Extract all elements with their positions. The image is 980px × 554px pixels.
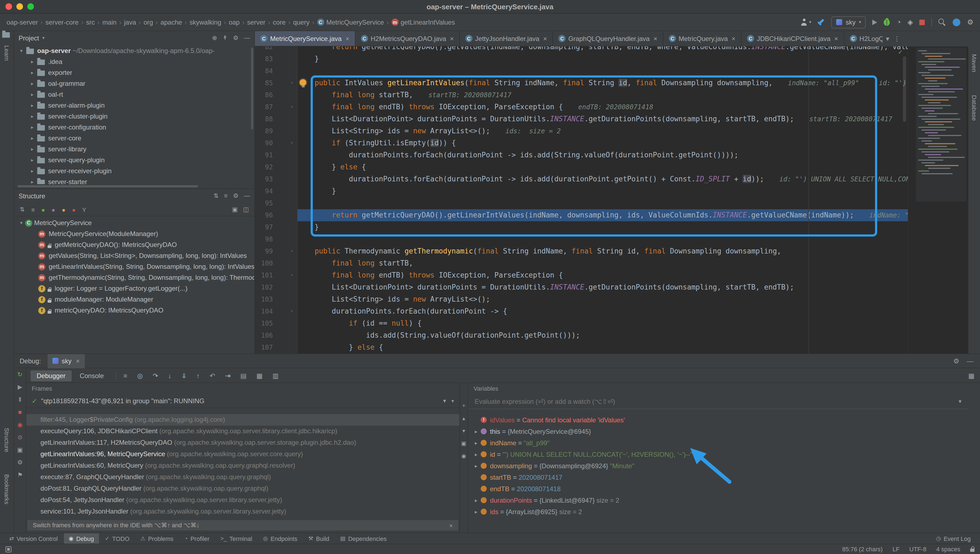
status-item[interactable]: UTF-8 [910, 546, 926, 552]
project-tree-item[interactable]: ▸oal-grammar [14, 78, 254, 89]
ide-settings-icon[interactable]: ⚙ [967, 19, 974, 25]
project-tree-item[interactable]: ▸server-receiver-plugin [14, 166, 254, 177]
tab-close-icon[interactable]: × [732, 35, 736, 42]
project-tree-item[interactable]: ▸server-configuration [14, 122, 254, 133]
stripe-button-database[interactable]: Database [971, 95, 978, 121]
coverage-button[interactable]: ◈ [908, 19, 913, 25]
move-watch-up-icon[interactable]: ▴ [462, 415, 465, 421]
breadcrumb-item[interactable]: org [144, 18, 153, 26]
toolwindow-button-todo[interactable]: ✓TODO [100, 533, 134, 544]
project-toolwindow-icon[interactable] [2, 32, 10, 38]
chevron-down-icon[interactable]: ▾ [42, 35, 45, 40]
project-tree-item[interactable]: ▸.idea [14, 56, 254, 67]
code-minimap[interactable] [916, 48, 966, 202]
stripe-button-learn[interactable]: Learn [3, 45, 10, 60]
project-tree-item[interactable]: ▸server-alarm-plugin [14, 100, 254, 111]
project-tree-item[interactable]: ▸server-starter [14, 177, 254, 184]
tab-close-icon[interactable]: × [653, 35, 658, 42]
breadcrumb-item[interactable]: java [124, 18, 136, 26]
hidden-tabs-icon[interactable]: ▾ [886, 35, 889, 43]
structure-panel-title[interactable]: Structure [19, 192, 45, 200]
stack-frame-row[interactable]: getLinearIntValues:96, MetricQueryServic… [26, 449, 460, 460]
project-tree-item[interactable]: ▸server-library [14, 144, 254, 154]
stack-frame-row[interactable]: service:101, JettyJsonHandler (org.apach… [26, 506, 460, 517]
sort-icon[interactable]: ⇅ [214, 192, 219, 199]
fold-icon[interactable]: ▾ [290, 80, 293, 85]
view-breakpoints-icon[interactable]: ◉ [17, 421, 22, 428]
expand-icon[interactable]: ≡ [224, 192, 228, 199]
structure-member[interactable]: mMetricQueryService(ModuleManager) [14, 228, 254, 239]
force-step-into-icon[interactable]: ⇓ [179, 372, 189, 379]
stack-frame-row[interactable]: getLinearIntValues:117, H2MetricsQueryDA… [26, 437, 460, 449]
thread-dump-icon[interactable]: ▣ [17, 446, 23, 453]
rerun-debug-icon[interactable]: ↻ [18, 371, 22, 377]
duplicate-watch-icon[interactable]: ▣ [461, 440, 466, 446]
debug-settings-icon[interactable]: ⚙ [953, 357, 959, 365]
locate-file-icon[interactable]: ⊕ [212, 34, 217, 41]
view-as-table-icon[interactable]: ▦ [254, 372, 265, 379]
variable-row[interactable]: startTB = 202008071417 [468, 471, 968, 483]
stripe-button-maven[interactable]: Maven [971, 54, 978, 72]
thread-selector[interactable]: ✓ "qtp1818592781-43"@6,921 in group "mai… [26, 394, 460, 408]
autoscroll-from-source-icon[interactable]: ◫ [243, 206, 249, 213]
breadcrumb-item[interactable]: skywalking [190, 18, 221, 26]
toolwindow-switcher-icon[interactable] [5, 546, 11, 552]
show-methods-icon[interactable]: ● [72, 206, 75, 213]
show-fields-icon[interactable]: ● [62, 206, 65, 213]
hide-panel-icon[interactable]: — [244, 192, 250, 199]
breadcrumb-item[interactable]: oap [228, 18, 239, 26]
project-tree-item[interactable]: ▸server-query-plugin [14, 154, 254, 166]
hide-debug-panel-icon[interactable]: — [967, 357, 974, 365]
panel-settings-icon[interactable]: ⚙ [233, 34, 238, 41]
status-item[interactable]: 4 spaces [936, 546, 960, 552]
filter-settings-icon[interactable]: ▥ [270, 372, 281, 379]
code-editor[interactable]: 82 return getMetricQueryDAO().getValues(… [255, 46, 908, 353]
variable-row[interactable]: ▸indName = "all_p99" [468, 437, 968, 449]
status-item[interactable]: LF [892, 546, 900, 552]
group-methods-icon[interactable]: Y [82, 206, 86, 213]
editor-tab[interactable]: CMetricQueryService.java× [255, 31, 355, 46]
stack-frame-row[interactable]: getLinearIntValues:60, MetricQuery (org.… [26, 460, 460, 471]
editor-tab[interactable]: CH2MetricsQueryDAO.java× [355, 31, 460, 46]
variable-row[interactable]: ▸downsampling = {Downsampling@6924} "Min… [468, 460, 968, 471]
variable-row[interactable]: ▸durationPoints = {LinkedList@6947} size… [468, 494, 968, 506]
toolwindow-button-build[interactable]: ⚒Build [303, 533, 334, 544]
horizontal-scrollbar[interactable] [18, 185, 198, 188]
filter-frames-icon[interactable]: ▼ [442, 398, 447, 403]
debugger-tab-console[interactable]: Console [73, 370, 110, 381]
stack-frame-row[interactable]: doPost:54, JettyJsonHandler (org.apache.… [26, 494, 460, 506]
editor-tab[interactable]: CJDBCHikariCPClient.java× [742, 31, 844, 46]
breadcrumb-item[interactable]: main [102, 18, 117, 26]
step-into-icon[interactable]: ↓ [166, 372, 174, 379]
stack-frame-row[interactable]: executeQuery:106, JDBCHikariCPClient (or… [26, 426, 460, 437]
close-session-icon[interactable]: × [76, 357, 80, 365]
toolwindow-button-endpoints[interactable]: ◎Endpoints [258, 533, 302, 544]
breadcrumb-item[interactable]: apache [161, 18, 182, 26]
more-options-icon[interactable]: ⋮ [894, 35, 900, 43]
tab-close-icon[interactable]: × [543, 35, 547, 42]
project-tree-item[interactable]: ▸exporter [14, 67, 254, 78]
run-to-cursor-icon[interactable]: ⇥ [223, 372, 233, 379]
structure-member[interactable]: fmoduleManager: ModuleManager [14, 294, 254, 305]
debugger-tab-debugger[interactable]: Debugger [30, 370, 71, 381]
profiler-button[interactable]: ◔ [897, 19, 901, 25]
toolwindow-button-event-log[interactable]: ◷Event Log [931, 533, 976, 544]
fold-icon[interactable]: ▾ [290, 104, 293, 109]
evaluate-expression-icon[interactable]: ▤ [238, 372, 249, 379]
hide-panel-icon[interactable]: — [244, 34, 250, 41]
variable-row[interactable]: !idValues = Cannot find local variable '… [468, 414, 968, 426]
variable-row[interactable]: endTB = 202008071418 [468, 483, 968, 494]
fold-icon[interactable]: ▾ [290, 140, 293, 145]
stop-icon[interactable]: ■ [18, 409, 22, 415]
breadcrumb-item[interactable]: query [293, 18, 310, 26]
update-project-icon[interactable] [953, 18, 961, 26]
breadcrumb-item[interactable]: core [273, 18, 286, 26]
status-item[interactable]: 85:76 (2 chars) [842, 546, 883, 552]
user-menu[interactable]: ▾ [801, 19, 811, 25]
toolwindow-button-version-control[interactable]: ⇄Version Control [4, 533, 62, 544]
variable-row[interactable]: ▸this = {MetricQueryService@6945} [468, 426, 968, 437]
fold-icon[interactable]: ▾ [290, 248, 293, 253]
breadcrumb-item[interactable]: server [247, 18, 265, 26]
tab-close-icon[interactable]: × [345, 35, 349, 42]
toolwindow-button-problems[interactable]: ⚠Problems [136, 533, 178, 544]
